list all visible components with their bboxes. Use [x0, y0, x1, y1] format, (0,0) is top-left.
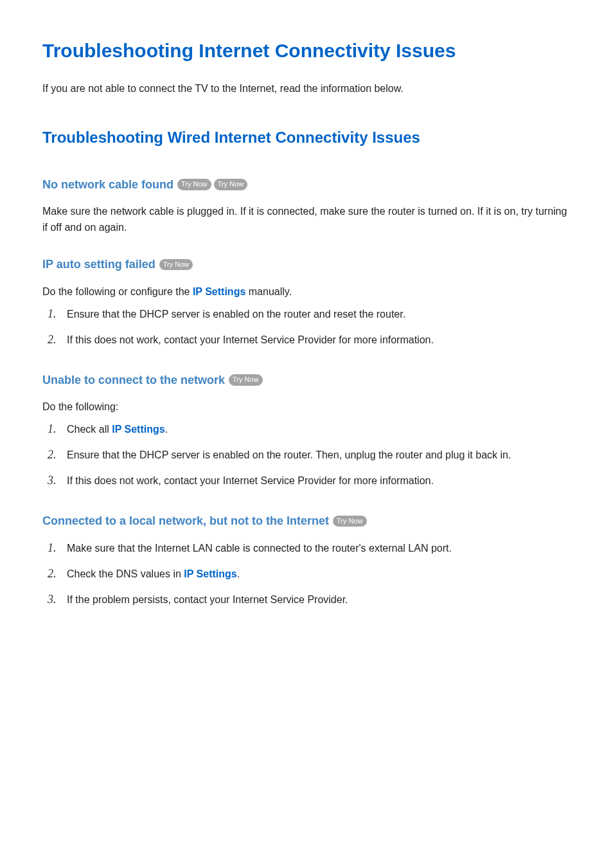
try-now-button[interactable]: Try Now [177, 179, 211, 190]
section-title: Troubleshooting Wired Internet Connectiv… [42, 127, 571, 147]
list-item: Check the DNS values in IP Settings. [54, 566, 571, 582]
subsection-no-cable: No network cable found Try Now Try Now M… [42, 176, 571, 236]
sub2-lead-pre: Do the following or configure the [42, 286, 193, 297]
ip-settings-link[interactable]: IP Settings [112, 424, 164, 435]
sub2-steps: Ensure that the DHCP server is enabled o… [42, 307, 571, 348]
sub4-steps: Make sure that the Internet LAN cable is… [42, 541, 571, 608]
step-text-pre: Check the DNS values in [67, 568, 184, 579]
sub2-lead-post: manually. [245, 286, 292, 297]
try-now-button[interactable]: Try Now [214, 179, 248, 190]
step-text-post: . [165, 424, 168, 435]
step-text-pre: Check all [67, 424, 112, 435]
sub2-lead: Do the following or configure the IP Set… [42, 284, 571, 300]
sub2-heading: IP auto setting failed Try Now [42, 255, 571, 274]
sub3-lead: Do the following: [42, 399, 571, 415]
ip-settings-link[interactable]: IP Settings [193, 286, 245, 297]
sub4-heading: Connected to a local network, but not to… [42, 512, 571, 530]
list-item: If this does not work, contact your Inte… [54, 332, 571, 348]
list-item: Make sure that the Internet LAN cable is… [54, 541, 571, 556]
page-title: Troubleshooting Internet Connectivity Is… [42, 39, 571, 63]
list-item: Ensure that the DHCP server is enabled o… [54, 307, 571, 322]
sub1-title-text: No network cable found [42, 176, 173, 194]
list-item: Ensure that the DHCP server is enabled o… [54, 448, 571, 463]
sub2-title-text: IP auto setting failed [42, 255, 155, 274]
subsection-ip-auto-failed: IP auto setting failed Try Now Do the fo… [42, 255, 571, 348]
sub1-body: Make sure the network cable is plugged i… [42, 204, 571, 236]
sub1-heading: No network cable found Try Now Try Now [42, 176, 571, 194]
sub3-heading: Unable to connect to the network Try Now [42, 371, 571, 390]
try-now-button[interactable]: Try Now [333, 516, 367, 527]
try-now-button[interactable]: Try Now [229, 374, 263, 385]
list-item: Check all IP Settings. [54, 422, 571, 437]
intro-text: If you are not able to connect the TV to… [42, 81, 571, 96]
sub3-title-text: Unable to connect to the network [42, 371, 225, 390]
sub4-title-text: Connected to a local network, but not to… [42, 512, 329, 530]
ip-settings-link[interactable]: IP Settings [184, 568, 236, 579]
list-item: If the problem persists, contact your In… [54, 592, 571, 608]
step-text-post: . [237, 568, 240, 579]
subsection-local-no-internet: Connected to a local network, but not to… [42, 512, 571, 608]
try-now-button[interactable]: Try Now [159, 259, 193, 270]
list-item: If this does not work, contact your Inte… [54, 473, 571, 489]
subsection-unable-connect: Unable to connect to the network Try Now… [42, 371, 571, 489]
sub3-steps: Check all IP Settings. Ensure that the D… [42, 422, 571, 489]
